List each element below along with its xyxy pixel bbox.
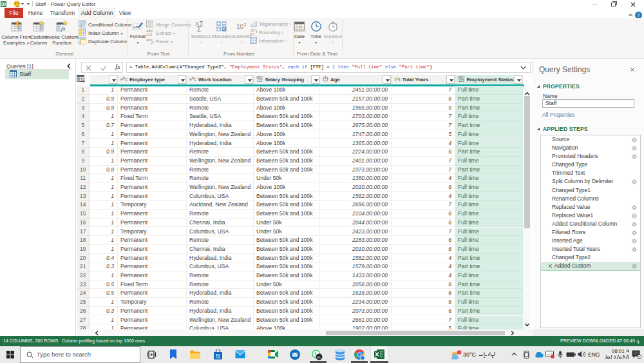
- svg-text:Σ: Σ: [197, 26, 201, 32]
- svg-text:5: 5: [638, 355, 640, 359]
- svg-text:2: 2: [244, 23, 247, 26]
- svg-text:fx: fx: [61, 25, 66, 32]
- svg-text:123: 123: [146, 33, 152, 36]
- svg-text:99+: 99+: [317, 356, 322, 359]
- svg-text:abc: abc: [146, 38, 153, 42]
- svg-text:4.5: 4.5: [250, 32, 254, 35]
- svg-text:ABC: ABC: [146, 29, 153, 33]
- svg-text:10: 10: [236, 23, 244, 30]
